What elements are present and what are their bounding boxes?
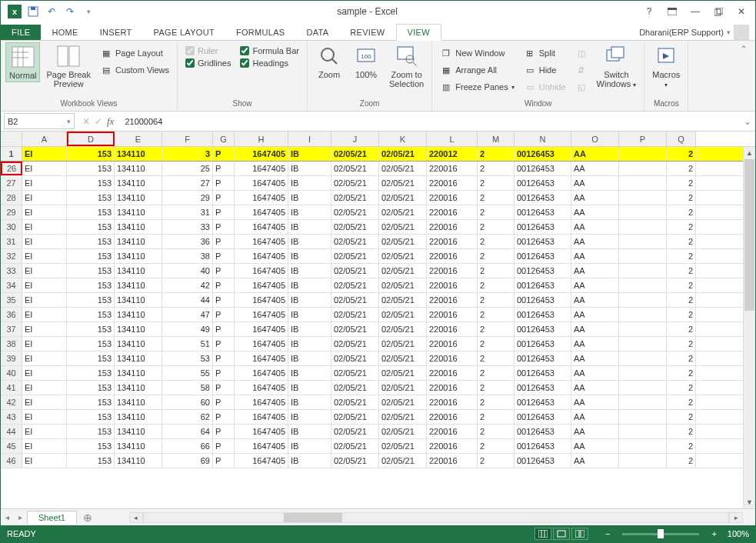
cell[interactable]: AA [571,147,619,161]
row-header[interactable]: 29 [1,205,22,219]
chevron-down-icon[interactable]: ▾ [67,118,71,125]
row-header[interactable]: 31 [1,235,22,248]
cell[interactable]: 00126453 [515,162,571,175]
cell[interactable]: 220016 [427,395,478,409]
cell[interactable]: EI [22,293,67,307]
cell[interactable]: 220012 [427,147,478,161]
cell[interactable]: 02/05/21 [379,264,427,278]
cell[interactable]: EI [22,278,67,292]
tab-review[interactable]: REVIEW [339,25,395,40]
column-header[interactable]: Q [667,132,696,146]
cell[interactable]: AA [571,205,619,219]
cell[interactable]: 02/05/21 [379,322,427,336]
cell[interactable]: 220016 [427,351,478,365]
cell[interactable]: 2 [478,235,515,248]
cell[interactable]: 153 [67,351,115,365]
column-header[interactable]: L [427,132,478,146]
cell[interactable]: 134110 [115,176,162,190]
cell[interactable]: 42 [162,278,213,292]
split-button[interactable]: ⊞Split [521,45,569,61]
cell[interactable] [619,264,667,278]
row-header[interactable]: 39 [1,351,22,365]
cell[interactable]: P [213,235,235,248]
column-header[interactable]: P [619,132,667,146]
cell[interactable]: 38 [162,249,213,263]
scroll-down-icon[interactable]: ▼ [744,496,755,508]
cell[interactable]: 153 [67,293,115,307]
cell[interactable] [619,162,667,175]
cell[interactable]: 00126453 [515,425,571,438]
cell[interactable]: 1647405 [235,351,288,365]
cell[interactable]: 55 [162,366,213,380]
cell[interactable]: 2 [667,278,696,292]
zoom-handle[interactable] [658,529,664,538]
cell[interactable]: 2 [478,191,515,205]
cell[interactable] [619,410,667,424]
close-icon[interactable]: ✕ [731,3,752,20]
cell[interactable]: IB [288,425,331,438]
cell[interactable]: EI [22,395,67,409]
cell[interactable]: 2 [478,395,515,409]
cell[interactable]: AA [571,249,619,263]
cell[interactable]: 02/05/21 [379,425,427,438]
cell[interactable]: 02/05/21 [379,147,427,161]
cell[interactable]: 02/05/21 [331,162,379,175]
cell[interactable]: 00126453 [515,191,571,205]
cell[interactable]: P [213,176,235,190]
insert-function-button[interactable]: fx [107,115,114,128]
cell[interactable]: 2 [667,191,696,205]
cell[interactable]: 153 [67,454,115,468]
cell[interactable]: 134110 [115,322,162,336]
cell[interactable]: 02/05/21 [331,351,379,365]
zoom-to-selection-button[interactable]: Zoom to Selection [386,42,427,90]
help-icon[interactable]: ? [638,3,660,20]
cell[interactable]: 1647405 [235,176,288,190]
new-window-button[interactable]: ❐New Window [437,45,517,61]
cell[interactable]: 02/05/21 [379,454,427,468]
cell[interactable]: 134110 [115,249,162,263]
row-header[interactable]: 26 [1,162,22,175]
cell[interactable]: 134110 [115,162,162,175]
page-layout-view-icon[interactable] [553,528,570,540]
cell[interactable]: 2 [667,322,696,336]
cell[interactable]: 134110 [115,147,162,161]
cell[interactable]: AA [571,220,619,234]
row-header[interactable]: 45 [1,439,22,453]
cell[interactable]: 02/05/21 [331,191,379,205]
cell[interactable]: P [213,381,235,395]
cell[interactable]: 02/05/21 [331,147,379,161]
cell[interactable]: IB [288,249,331,263]
row-header[interactable]: 43 [1,410,22,424]
tab-view[interactable]: VIEW [396,24,441,41]
tab-file[interactable]: FILE [1,25,41,40]
row-header[interactable]: 35 [1,293,22,307]
cell[interactable]: EI [22,308,67,321]
cell[interactable]: 1647405 [235,293,288,307]
cell[interactable]: EI [22,381,67,395]
cell[interactable]: 02/05/21 [331,322,379,336]
cell[interactable]: 02/05/21 [379,439,427,453]
row-header[interactable]: 27 [1,176,22,190]
cell[interactable]: 134110 [115,395,162,409]
cell[interactable]: 02/05/21 [379,366,427,380]
switch-windows-button[interactable]: Switch Windows ▾ [594,42,640,91]
cell[interactable]: 2 [478,366,515,380]
cell[interactable]: IB [288,351,331,365]
cell[interactable]: IB [288,235,331,248]
cell[interactable] [619,395,667,409]
cell[interactable]: 153 [67,205,115,219]
cell[interactable]: EI [22,249,67,263]
cell[interactable]: P [213,220,235,234]
cell[interactable]: 2 [667,425,696,438]
cell[interactable]: 220016 [427,366,478,380]
cell[interactable]: 00126453 [515,395,571,409]
cell[interactable]: IB [288,366,331,380]
cell[interactable]: 1647405 [235,235,288,248]
cell[interactable]: IB [288,220,331,234]
cell[interactable]: 02/05/21 [331,278,379,292]
cell[interactable]: 134110 [115,220,162,234]
zoom-out-button[interactable]: − [601,529,614,538]
row-header[interactable]: 37 [1,322,22,336]
cell[interactable]: 00126453 [515,147,571,161]
cell[interactable]: 1647405 [235,439,288,453]
